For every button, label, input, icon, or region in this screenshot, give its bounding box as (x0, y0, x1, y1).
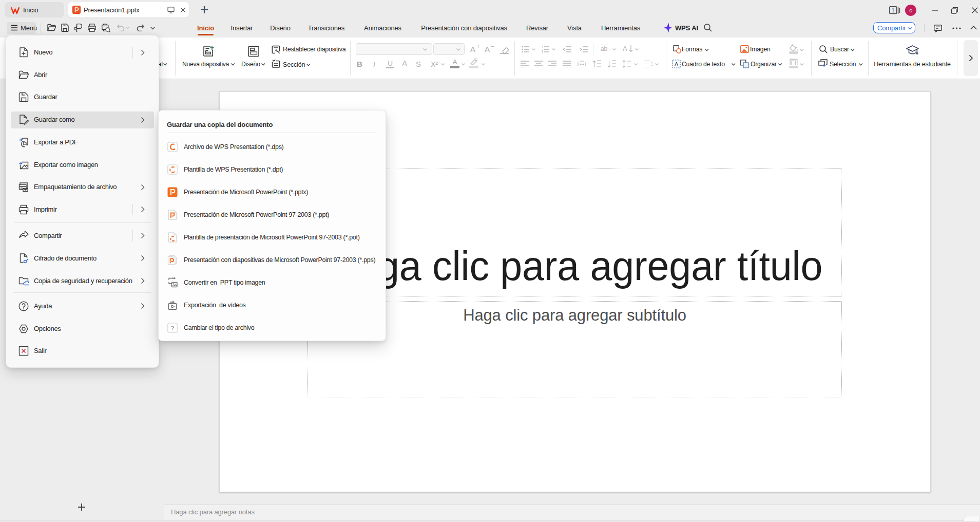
svg-text:?: ? (171, 324, 174, 332)
svg-text:A: A (675, 61, 679, 67)
svg-text:3: 3 (542, 50, 543, 53)
